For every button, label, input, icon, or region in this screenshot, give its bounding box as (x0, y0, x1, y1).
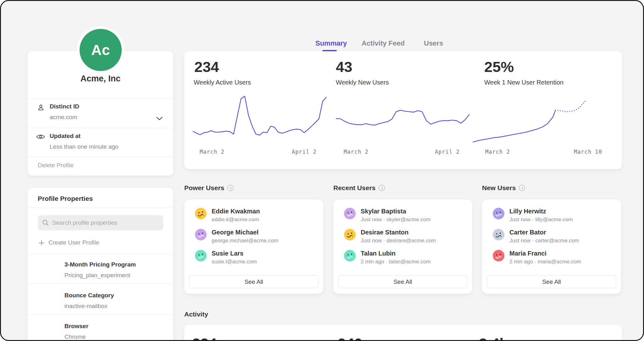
property-name: Browser (64, 323, 88, 330)
weekly-active-users-label: Weekly Active Users (194, 79, 251, 86)
avatar (195, 208, 207, 219)
power-users-card: Eddie Kwakman eddie.k@acme.com George Mi… (184, 200, 323, 294)
x-tick: March 2 (485, 149, 510, 155)
tab-summary[interactable]: Summary (315, 39, 347, 47)
search-profile-properties (38, 215, 163, 230)
recent-users-card: Skylar Baptista Just now · skyler@acme.c… (333, 200, 472, 294)
user-list-item[interactable]: Desirae Stanton Just now · desirare@acme… (344, 229, 436, 244)
divider (28, 128, 173, 128)
new-users-header: New Users i (482, 184, 525, 192)
user-subtext: eddie.k@acme.com (212, 217, 260, 223)
user-subtext: Just now · lilly@acme.com (509, 217, 573, 223)
user-name: Talan Lubin (361, 250, 430, 257)
x-tick: April 2 (292, 149, 317, 155)
user-subtext: 2 min ago · maria@acme.com (509, 259, 581, 265)
distinct-id-label: Distinct ID (50, 103, 79, 110)
profile-properties-title: Profile Properties (38, 195, 93, 202)
user-subtext: 2 min ago · talan@acme.com (361, 259, 430, 265)
tab-activity-feed[interactable]: Activity Feed (362, 39, 405, 47)
activity-header: Activity (184, 311, 208, 318)
x-tick: March 10 (574, 149, 602, 155)
user-list-item[interactable]: Lilly Herwitz Just now · lilly@acme.com (493, 208, 573, 223)
user-subtext: Just now · desirare@acme.com (361, 238, 436, 244)
user-list-item[interactable]: Talan Lubin 2 min ago · talan@acme.com (344, 250, 430, 265)
plus-icon (38, 240, 45, 247)
x-tick: March 2 (200, 149, 225, 155)
avatar (493, 250, 504, 261)
recent-users-header: Recent Users i (333, 184, 385, 192)
create-user-profile-button[interactable]: Create User Profile (48, 239, 99, 246)
search-icon (42, 219, 49, 227)
power-users-header: Power Users i (184, 184, 234, 192)
user-subtext: susie.l@acme.com (212, 259, 257, 265)
activity-metric-value: 940 (338, 335, 362, 341)
user-list-item[interactable]: Carter Bator Just now · carter@acme.com (493, 229, 579, 244)
company-name: Acme, Inc (28, 74, 173, 84)
property-value: Chrome (64, 333, 86, 340)
divider (28, 254, 173, 254)
user-list-item[interactable]: Eddie Kwakman eddie.k@acme.com (195, 208, 260, 223)
updated-at-label: Updated at (50, 133, 80, 140)
property-value: Pricing_plan_experiment (64, 272, 130, 279)
property-value: inactive-mailbox (64, 303, 107, 310)
divider (28, 98, 173, 99)
avatar (344, 229, 356, 240)
see-all-button[interactable]: See All (189, 275, 319, 288)
tab-users[interactable]: Users (424, 39, 443, 47)
x-tick: March 2 (344, 149, 369, 155)
avatar (493, 229, 504, 240)
weekly-active-users-chart (193, 95, 326, 147)
app-window: Ac Distinct ID acme.com Updated at (0, 0, 644, 341)
activity-card: 234 940 3.4k (184, 325, 622, 341)
weekly-new-users-label: Weekly New Users (336, 79, 389, 86)
user-name: Carter Bator (509, 229, 579, 236)
person-icon (36, 103, 45, 112)
avatar (344, 250, 356, 261)
retention-value: 25% (484, 58, 514, 76)
activity-metric-value: 3.4k (479, 335, 508, 341)
recent-users-title: Recent Users (333, 184, 375, 192)
avatar (493, 208, 504, 219)
user-name: George Michael (212, 229, 278, 236)
new-users-title: New Users (482, 184, 516, 192)
user-subtext: Just now · skyler@acme.com (361, 217, 430, 223)
activity-metric-value: 234 (192, 335, 217, 341)
user-subtext: Just now · carter@acme.com (509, 238, 579, 244)
distinct-id-value: acme.com (50, 114, 77, 121)
info-icon[interactable]: i (227, 185, 234, 191)
property-name: Bounce Category (64, 292, 114, 299)
user-name: Susie Lars (212, 250, 257, 257)
avatar (195, 250, 207, 261)
summary-metrics-card: 234 Weekly Active Users 43 Weekly New Us… (184, 51, 622, 169)
x-tick: April 2 (435, 149, 460, 155)
retention-label: Week 1 New User Retention (484, 79, 564, 86)
eye-icon (36, 134, 45, 140)
user-name: Lilly Herwitz (509, 208, 573, 215)
see-all-button[interactable]: See All (338, 275, 468, 288)
company-avatar: Ac (77, 26, 124, 74)
user-list-item[interactable]: Skylar Baptista Just now · skyler@acme.c… (344, 208, 430, 223)
chevron-down-icon[interactable] (156, 116, 163, 122)
divider (28, 314, 173, 315)
user-list-item[interactable]: George Michael george.michael@acme.com (195, 229, 278, 244)
avatar (344, 208, 356, 219)
delete-profile-button[interactable]: Delete Profile (38, 162, 74, 169)
user-list-item[interactable]: Maria Franci 2 min ago · maria@acme.com (493, 250, 581, 265)
info-icon[interactable]: i (519, 185, 525, 191)
weekly-active-users-value: 234 (194, 58, 219, 76)
profile-properties-card: Profile Properties Create User Profile 3… (28, 188, 173, 341)
search-input[interactable] (38, 215, 163, 230)
user-name: Desirae Stanton (361, 229, 436, 236)
info-icon[interactable]: i (379, 185, 385, 191)
retention-chart (473, 95, 606, 147)
avatar (195, 229, 207, 240)
new-users-card: Lilly Herwitz Just now · lilly@acme.com … (482, 200, 621, 294)
divider (28, 157, 173, 157)
updated-at-value: Less than one minute ago (50, 143, 119, 150)
weekly-new-users-value: 43 (336, 58, 352, 76)
user-name: Skylar Baptista (361, 208, 430, 215)
user-name: Maria Franci (509, 250, 581, 257)
user-list-item[interactable]: Susie Lars susie.l@acme.com (195, 250, 257, 265)
see-all-button[interactable]: See All (487, 275, 616, 288)
divider (28, 283, 173, 284)
